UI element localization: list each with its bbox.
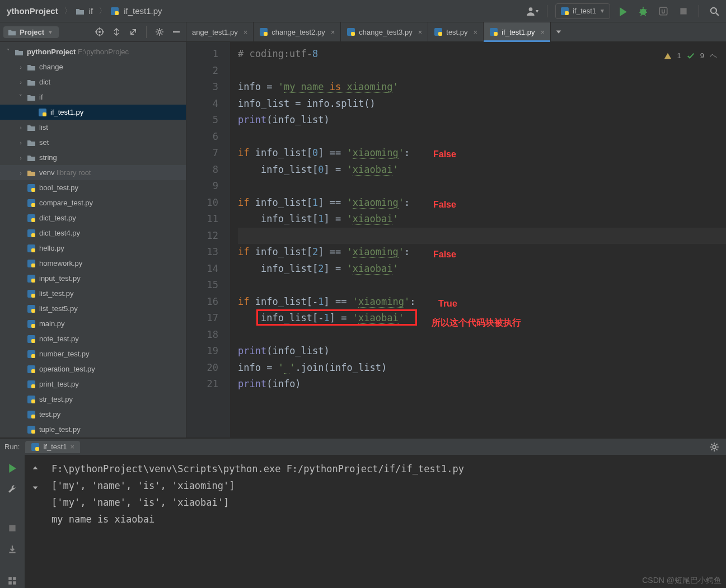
tree-file[interactable]: print_test.py [0, 377, 186, 392]
run-side-toolbar [0, 455, 25, 588]
python-file-icon [27, 199, 36, 208]
folder-icon [27, 153, 36, 162]
folder-icon [27, 93, 36, 102]
folder-icon [27, 168, 36, 177]
editor-tab[interactable]: change_test2.py× [254, 22, 341, 41]
collapse-all-button[interactable] [127, 26, 139, 38]
annotation-false-2: False [433, 196, 456, 213]
editor-tab[interactable]: if_test1.py× [484, 22, 551, 41]
python-file-icon [27, 410, 36, 419]
more-button[interactable] [5, 573, 20, 588]
project-view-selector[interactable]: Project ▼ [3, 26, 59, 38]
run-button[interactable] [616, 4, 630, 18]
scroll-down-button[interactable] [28, 481, 43, 495]
stop-process-button[interactable] [5, 521, 20, 535]
python-file-icon [489, 27, 498, 36]
python-file-icon [27, 274, 36, 283]
tree-file[interactable]: tuple_test.py [0, 422, 186, 437]
python-file-icon [346, 27, 355, 36]
editor-tabs: ange_test1.py×change_test2.py×change_tes… [186, 22, 726, 42]
breadcrumb-root[interactable]: ythonProject [4, 5, 60, 17]
hide-tool-button[interactable] [170, 26, 182, 38]
stop-button[interactable] [676, 4, 691, 18]
tree-folder-venv[interactable]: ›venv library root [0, 165, 186, 180]
tree-file[interactable]: dict_test4.py [0, 225, 186, 241]
annotation-note: 所以这个代码块被执行 [432, 314, 521, 331]
tree-folder-dict[interactable]: ›dict [0, 74, 186, 90]
python-file-icon [27, 214, 36, 223]
expand-icon[interactable]: ヘ [710, 48, 717, 64]
rerun-button[interactable] [5, 460, 20, 475]
tool-settings-button[interactable] [153, 26, 166, 38]
gutter[interactable]: 123456789101112131415161718192021 [186, 42, 230, 438]
tree-file[interactable]: operation_test.py [0, 361, 186, 377]
project-tree[interactable]: ˅pythonProject F:\pythonProjec›change›di… [0, 42, 186, 438]
tree-file[interactable]: homework.py [0, 256, 186, 271]
close-icon[interactable]: × [416, 28, 423, 36]
warning-count: 1 [677, 48, 681, 64]
code-content[interactable]: 1 9 ヘ False False False True 所以这个代码块被执行 … [230, 42, 726, 438]
python-file-icon [38, 108, 47, 117]
breadcrumb-file[interactable]: if_test1.py [121, 5, 164, 17]
breadcrumb[interactable]: ythonProject 〉 if 〉 if_test1.py [4, 5, 165, 17]
tree-folder-change[interactable]: ›change [0, 59, 186, 74]
scroll-up-button[interactable] [28, 460, 43, 475]
editor-tab[interactable]: ange_test1.py× [186, 22, 254, 41]
tree-folder-string[interactable]: ›string [0, 150, 186, 165]
run-with-coverage-button[interactable] [656, 4, 671, 18]
tree-file-if_test1[interactable]: if_test1.py [0, 105, 186, 120]
tree-file[interactable]: test.py [0, 407, 186, 422]
run-settings-button[interactable] [707, 440, 722, 454]
python-file-icon [27, 350, 36, 359]
tree-file[interactable]: list_test5.py [0, 301, 186, 316]
python-file-icon [259, 27, 268, 36]
close-icon[interactable]: × [241, 28, 248, 36]
python-file-icon [27, 184, 36, 192]
folder-icon [15, 48, 24, 57]
tree-file[interactable]: input_test.py [0, 271, 186, 286]
expand-all-button[interactable] [110, 26, 123, 38]
python-file-icon [27, 289, 36, 298]
tree-file[interactable]: note_test.py [0, 331, 186, 346]
add-user-button[interactable]: ▾ [524, 4, 539, 18]
separator [146, 26, 147, 38]
tree-project-root[interactable]: ˅pythonProject F:\pythonProjec [0, 44, 186, 59]
tabs-dropdown-button[interactable] [551, 22, 566, 41]
tree-folder-set[interactable]: ›set [0, 135, 186, 150]
tree-file[interactable]: main.py [0, 316, 186, 331]
close-icon[interactable]: × [329, 28, 335, 36]
run-tab[interactable]: if_test1 × [25, 441, 80, 453]
select-opened-file-button[interactable] [93, 26, 106, 38]
chevron-down-icon: ▼ [599, 8, 605, 14]
tree-file[interactable]: bool_test.py [0, 180, 186, 195]
tree-folder-list[interactable]: ›list [0, 120, 186, 135]
run-tab-label: if_test1 [43, 443, 67, 451]
editor-tab[interactable]: change_test3.py× [341, 22, 428, 41]
tree-file[interactable]: number_test.py [0, 346, 186, 361]
modify-run-config-button[interactable] [5, 482, 20, 496]
run-configuration-selector[interactable]: if_test1 ▼ [555, 3, 610, 19]
breadcrumb-folder[interactable]: if [87, 5, 96, 17]
run-tool-header: Run: if_test1 × [0, 439, 726, 455]
close-icon[interactable]: × [70, 443, 74, 451]
close-icon[interactable]: × [471, 28, 478, 36]
tree-folder-if[interactable]: ˅if [0, 90, 186, 105]
tree-file[interactable]: list_test.py [0, 286, 186, 301]
close-icon[interactable]: × [538, 28, 545, 36]
tab-label: if_test1.py [502, 28, 535, 36]
editor-tab[interactable]: test.py× [428, 22, 484, 41]
layout-button[interactable] [5, 542, 20, 557]
run-output[interactable]: F:\pythonProject\venv\Scripts\python.exe… [46, 455, 726, 588]
tree-file[interactable]: str_test.py [0, 392, 186, 407]
navigation-bar: ythonProject 〉 if 〉 if_test1.py ▾ if_tes… [0, 0, 726, 22]
python-file-icon [27, 259, 36, 268]
search-everywhere-button[interactable] [707, 4, 722, 18]
inspections-widget[interactable]: 1 9 ヘ [664, 48, 717, 64]
tree-file[interactable]: hello.py [0, 241, 186, 256]
tree-file[interactable]: compare_test.py [0, 195, 186, 210]
weak-warning-count: 9 [700, 48, 704, 64]
code-editor[interactable]: 123456789101112131415161718192021 1 9 ヘ … [186, 42, 726, 438]
tree-file[interactable]: dict_test.py [0, 210, 186, 225]
debug-button[interactable] [636, 4, 650, 18]
python-file-icon [27, 244, 36, 253]
